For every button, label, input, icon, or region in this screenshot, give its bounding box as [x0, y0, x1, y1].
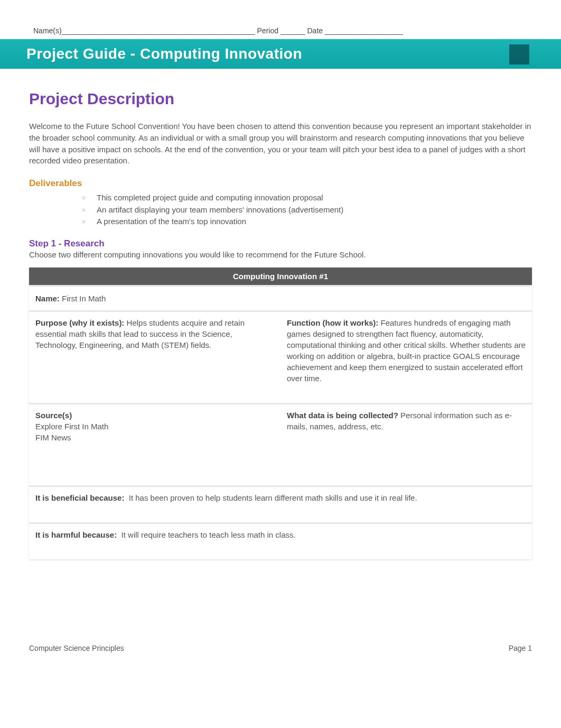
harmful-label: It is harmful because: — [35, 530, 117, 539]
purpose-label: Purpose (why it exists): — [35, 318, 124, 327]
deliverables-heading: Deliverables — [29, 178, 532, 189]
data-label: What data is being collected? — [287, 411, 398, 420]
purpose-cell: Purpose (why it exists): Helps students … — [29, 310, 280, 403]
function-text: Features hundreds of engaging math games… — [287, 318, 526, 383]
page-footer: Computer Science Principles Page 1 — [29, 644, 532, 652]
beneficial-text: It has been proven to help students lear… — [129, 493, 417, 502]
names-line: ________________________________________… — [62, 26, 255, 35]
date-line: ___________________ — [325, 26, 403, 35]
name-label: Name: — [35, 294, 60, 303]
list-item: This completed project guide and computi… — [82, 192, 532, 204]
beneficial-label: It is beneficial because: — [35, 493, 124, 502]
source-line: Explore First In Math — [35, 422, 108, 431]
data-cell: What data is being collected? Personal i… — [280, 403, 532, 485]
banner-logo-box — [509, 44, 529, 64]
period-line: ______ — [280, 26, 305, 35]
section-title: Project Description — [29, 90, 532, 108]
table-header: Computing Innovation #1 — [29, 268, 532, 285]
harmful-text: It will require teachers to teach less m… — [121, 530, 296, 539]
intro-paragraph: Welcome to the Future School Convention!… — [29, 121, 532, 167]
names-label: Name(s) — [33, 26, 62, 35]
list-item: An artifact displaying your team members… — [82, 204, 532, 216]
date-label: Date — [307, 26, 323, 35]
banner-title: Project Guide - Computing Innovation — [26, 45, 561, 62]
header-fields: Name(s)_________________________________… — [33, 26, 532, 35]
step1-heading: Step 1 - Research — [29, 238, 532, 249]
period-label: Period — [257, 26, 278, 35]
footer-right: Page 1 — [509, 644, 532, 652]
deliverables-list: This completed project guide and computi… — [82, 192, 532, 228]
list-item: A presentation of the team's top innovat… — [82, 216, 532, 228]
sources-cell: Source(s) Explore First In Math FIM News — [29, 403, 280, 485]
source-line: FIM News — [35, 433, 71, 442]
name-cell: Name: First In Math — [29, 285, 532, 310]
innovation-table: Computing Innovation #1 Name: First In M… — [29, 268, 532, 559]
sources-label: Source(s) — [35, 411, 72, 420]
step1-subtext: Choose two different computing innovatio… — [29, 250, 532, 259]
beneficial-cell: It is beneficial because: It has been pr… — [29, 485, 532, 522]
function-cell: Function (how it works): Features hundre… — [280, 310, 532, 403]
footer-left: Computer Science Principles — [29, 644, 124, 652]
function-label: Function (how it works): — [287, 318, 378, 327]
title-banner: Project Guide - Computing Innovation — [0, 39, 561, 69]
harmful-cell: It is harmful because: It will require t… — [29, 522, 532, 559]
name-value: First In Math — [62, 294, 106, 303]
